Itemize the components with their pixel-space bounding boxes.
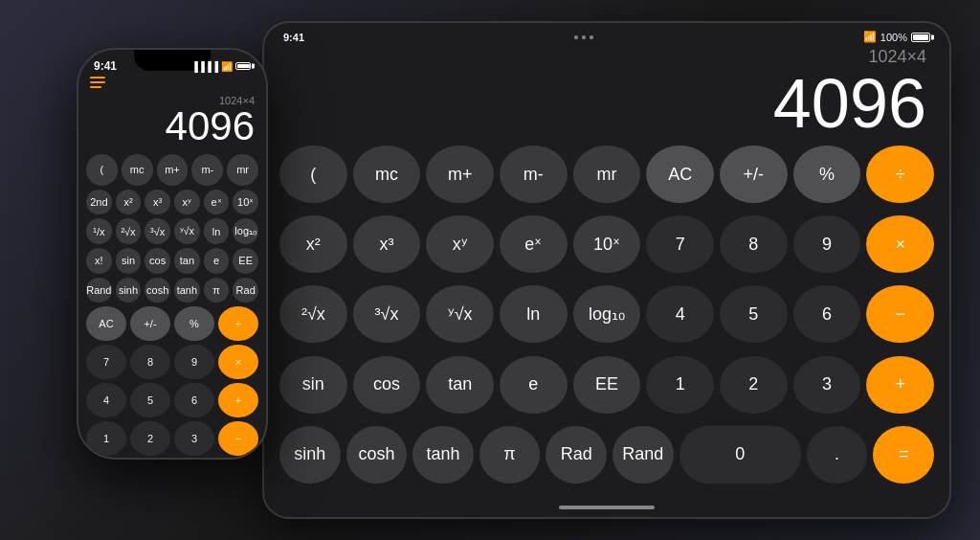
iphone-btn-sin[interactable]: sin — [116, 248, 142, 274]
iphone-btn-AC[interactable]: AC — [86, 306, 126, 341]
iphone-btn-m[interactable]: m- — [191, 154, 223, 186]
iphone-btn-[interactable]: ( — [86, 154, 118, 186]
ipad-btn-3[interactable]: 3 — [793, 356, 861, 414]
iphone-btn-x[interactable]: xʸ — [174, 190, 200, 215]
ipad-btn-[interactable]: π — [479, 426, 541, 484]
ipad-btn-5[interactable]: 5 — [720, 285, 788, 343]
iphone-btn-sinh[interactable]: sinh — [116, 278, 142, 304]
ipad-btn-EE[interactable]: EE — [573, 356, 641, 414]
iphone-menu-icon[interactable] — [78, 73, 266, 95]
ipad-result: 4096 — [287, 69, 926, 138]
iphone-result: 4096 — [90, 106, 255, 146]
ipad-btn-ln[interactable]: ln — [500, 285, 568, 343]
iphone-btn-Rad[interactable]: Rad — [233, 278, 258, 304]
ipad-btn-e[interactable]: eˣ — [500, 215, 568, 273]
ipad-btn-6[interactable]: 6 — [793, 285, 861, 343]
ipad-btn-[interactable]: . — [807, 426, 868, 484]
ipad-btn-mr[interactable]: mr — [573, 146, 641, 203]
ipad-btn-2[interactable]: 2 — [720, 356, 788, 414]
iphone-btn-tan[interactable]: tan — [174, 248, 200, 274]
iphone-btn-Rand[interactable]: Rand — [86, 278, 112, 304]
iphone-row-5: AC+/-%÷ — [86, 306, 258, 341]
iphone-btn-mc[interactable]: mc — [122, 154, 153, 186]
iphone-btn-9[interactable]: 9 — [174, 345, 214, 379]
ipad-btn-e[interactable]: e — [500, 356, 568, 414]
ipad-btn-9[interactable]: 9 — [793, 215, 861, 273]
iphone-btn-e[interactable]: e — [204, 248, 230, 274]
ipad-btn-AC[interactable]: AC — [646, 146, 714, 203]
ipad-btn-tan[interactable]: tan — [426, 356, 494, 414]
iphone-btn-5[interactable]: 5 — [130, 383, 170, 417]
ipad-btn-7[interactable]: 7 — [646, 215, 714, 273]
iphone-btn-x[interactable]: ²√x — [116, 218, 142, 244]
iphone-btn-x[interactable]: x! — [86, 248, 112, 274]
iphone-btn-cos[interactable]: cos — [145, 248, 170, 274]
ipad-btn-log[interactable]: log₁₀ — [573, 285, 641, 343]
ipad-btn-m[interactable]: m- — [500, 146, 568, 203]
ipad-calculator-area: 1024×4 4096 (mcm+m-mrAC+/-%÷x²x³xʸeˣ10ˣ7… — [264, 47, 949, 502]
ipad-btn-cos[interactable]: cos — [353, 356, 421, 414]
iphone-btn-2nd[interactable]: 2nd — [86, 190, 112, 215]
iphone-btn-x[interactable]: ³√x — [145, 218, 170, 244]
iphone-btn-7[interactable]: 7 — [86, 345, 126, 379]
ipad-btn-[interactable]: % — [793, 146, 861, 203]
iphone-btn-[interactable]: − — [218, 421, 258, 456]
ipad-btn-[interactable]: +/- — [720, 146, 788, 203]
ipad-btn-x[interactable]: x³ — [353, 215, 421, 273]
iphone-btn-[interactable]: + — [218, 383, 258, 417]
ipad-device: 9:41 📶 100% 1024×4 4096 (mcm+m-mrAC+/-%÷… — [262, 21, 951, 519]
ipad-btn-[interactable]: = — [873, 426, 934, 484]
ipad-btn-x[interactable]: xʸ — [426, 215, 494, 273]
iphone-btn-4[interactable]: 4 — [86, 383, 126, 417]
ipad-btn-sin[interactable]: sin — [279, 356, 347, 414]
iphone-btn-3[interactable]: 3 — [174, 421, 214, 456]
ipad-btn-1[interactable]: 1 — [646, 356, 714, 414]
ipad-btn-Rad[interactable]: Rad — [546, 426, 607, 484]
iphone-btn-[interactable]: × — [218, 345, 258, 379]
ipad-btn-x[interactable]: ²√x — [279, 285, 347, 343]
dot1 — [574, 35, 578, 39]
ipad-btn-m[interactable]: m+ — [426, 146, 494, 203]
iphone-btn-x[interactable]: x² — [116, 190, 142, 215]
ipad-btn-Rand[interactable]: Rand — [612, 426, 674, 484]
ipad-btn-[interactable]: − — [866, 285, 934, 343]
ipad-btn-sinh[interactable]: sinh — [279, 426, 341, 484]
ipad-btn-[interactable]: + — [866, 356, 934, 414]
ipad-btn-[interactable]: × — [866, 215, 934, 273]
iphone-btn-tanh[interactable]: tanh — [174, 278, 200, 304]
ipad-btn-4[interactable]: 4 — [646, 285, 714, 343]
iphone-btn-x[interactable]: ʸ√x — [174, 218, 200, 244]
iphone-btn-x[interactable]: x³ — [145, 190, 170, 215]
ipad-btn-10[interactable]: 10ˣ — [573, 215, 641, 273]
iphone-btn-mr[interactable]: mr — [227, 154, 258, 186]
ipad-btn-x[interactable]: x² — [279, 215, 347, 273]
iphone-btn-[interactable]: +/- — [130, 306, 170, 341]
ipad-btn-mc[interactable]: mc — [353, 146, 421, 203]
iphone-btn-10[interactable]: 10ˣ — [233, 190, 258, 215]
iphone-btn-ln[interactable]: ln — [204, 218, 230, 244]
iphone-btn-EE[interactable]: EE — [233, 248, 258, 274]
ipad-btn-cosh[interactable]: cosh — [346, 426, 408, 484]
iphone-btn-[interactable]: ÷ — [218, 306, 258, 341]
iphone-btn-log[interactable]: log₁₀ — [233, 218, 258, 244]
ipad-btn-x[interactable]: ³√x — [353, 285, 421, 343]
iphone-btn-2[interactable]: 2 — [130, 421, 170, 456]
iphone-btn-1[interactable]: 1 — [86, 421, 126, 456]
ipad-btn-tanh[interactable]: tanh — [412, 426, 474, 484]
ipad-row-2: ²√x³√xʸ√xlnlog₁₀456− — [279, 285, 934, 349]
ipad-btn-[interactable]: ÷ — [866, 146, 934, 203]
iphone-btn-6[interactable]: 6 — [174, 383, 214, 417]
iphone-btn-m[interactable]: m+ — [157, 154, 189, 186]
ipad-btn-[interactable]: ( — [279, 146, 347, 203]
ipad-status-right: 📶 100% — [863, 31, 930, 43]
ipad-btn-8[interactable]: 8 — [720, 215, 788, 273]
iphone-btn-[interactable]: π — [204, 278, 230, 304]
iphone-btn-[interactable]: % — [174, 306, 214, 341]
iphone-btn-x[interactable]: ¹/x — [86, 218, 112, 244]
ipad-btn-0[interactable]: 0 — [679, 426, 801, 484]
iphone-btn-8[interactable]: 8 — [130, 345, 170, 379]
ipad-btn-x[interactable]: ʸ√x — [426, 285, 494, 343]
dot3 — [590, 35, 593, 39]
iphone-btn-e[interactable]: eˣ — [204, 190, 230, 215]
iphone-btn-cosh[interactable]: cosh — [145, 278, 170, 304]
